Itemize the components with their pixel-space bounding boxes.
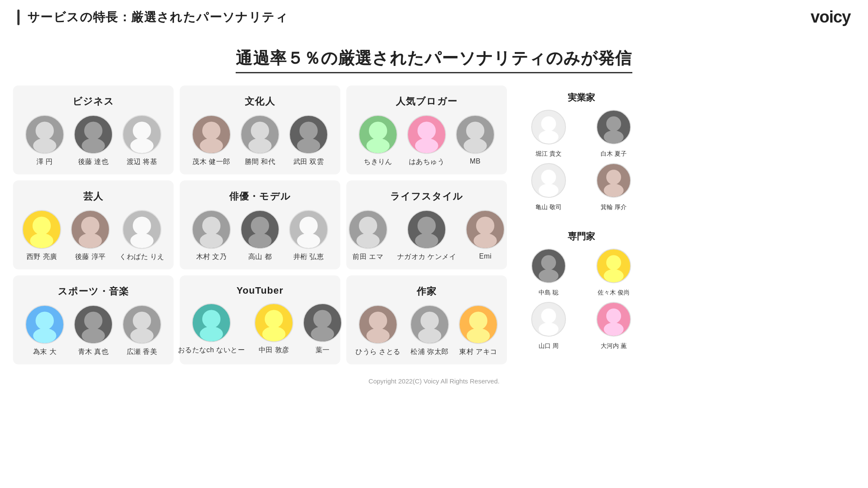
svg-point-32 bbox=[418, 216, 436, 235]
svg-point-45 bbox=[263, 327, 286, 341]
right-box-senmonka: 専門家 中島 聡 佐々木 俊尚 山口 周 大河内 薫 bbox=[514, 224, 648, 357]
svg-point-31 bbox=[356, 233, 380, 248]
person-name: 東村 アキコ bbox=[459, 347, 497, 357]
category-box-comedian: 芸人 西野 亮廣 後藤 淳平 くわばた りえ bbox=[13, 180, 174, 269]
avatar bbox=[358, 115, 398, 154]
right-avatar bbox=[596, 249, 631, 283]
person-name: 井桁 弘恵 bbox=[293, 252, 324, 262]
page-title: サービスの特長：厳選されたパーソナリティ bbox=[27, 9, 288, 26]
avatar bbox=[74, 305, 113, 344]
svg-point-56 bbox=[606, 116, 621, 131]
svg-point-20 bbox=[81, 216, 99, 235]
right-avatar bbox=[596, 110, 631, 144]
svg-point-11 bbox=[297, 138, 320, 153]
svg-point-67 bbox=[539, 323, 559, 336]
person-name: 後藤 達也 bbox=[78, 157, 109, 167]
svg-point-59 bbox=[539, 184, 559, 197]
person-row-sports: 為末 大 青木 真也 広瀬 香美 bbox=[21, 305, 166, 357]
person-item: 広瀬 香美 bbox=[122, 305, 161, 357]
svg-point-64 bbox=[606, 255, 621, 270]
person-row-youtuber: おるたなch ないとー 中田 敦彦 葉一 bbox=[187, 303, 332, 355]
svg-point-41 bbox=[130, 328, 154, 343]
category-box-youtuber: YouTuber おるたなch ないとー 中田 敦彦 葉一 bbox=[180, 275, 340, 364]
category-title-blogger: 人気ブロガー bbox=[354, 95, 499, 108]
person-name: MB bbox=[470, 157, 481, 165]
avatar bbox=[289, 210, 328, 249]
content-area: ビジネス 澤 円 後藤 達也 渡辺 将基文化人 茂木 健一郎 勝間 和代 武田 … bbox=[0, 85, 868, 364]
svg-point-42 bbox=[202, 310, 220, 328]
svg-point-24 bbox=[202, 216, 220, 235]
svg-point-29 bbox=[297, 233, 320, 248]
svg-point-69 bbox=[604, 323, 624, 336]
logo: voicy bbox=[811, 8, 851, 26]
svg-point-46 bbox=[313, 310, 332, 328]
svg-point-63 bbox=[539, 269, 559, 282]
right-person-name: 佐々木 俊尚 bbox=[598, 289, 630, 297]
svg-point-51 bbox=[418, 328, 441, 343]
right-person-item: 中島 聡 bbox=[519, 249, 578, 297]
svg-point-52 bbox=[469, 311, 487, 330]
svg-point-44 bbox=[265, 310, 283, 328]
svg-point-68 bbox=[606, 308, 621, 323]
person-row-business: 澤 円 後藤 達也 渡辺 将基 bbox=[21, 115, 166, 167]
category-title-business: ビジネス bbox=[21, 95, 166, 108]
svg-point-8 bbox=[251, 121, 269, 140]
person-name: 西野 亮廣 bbox=[26, 252, 57, 262]
footer: Copyright 2022(C) Voicy All Rights Reser… bbox=[0, 377, 868, 393]
avatar bbox=[192, 115, 231, 154]
svg-point-6 bbox=[202, 121, 220, 140]
person-name: Emi bbox=[479, 252, 492, 260]
right-person-item: 山口 周 bbox=[519, 302, 578, 350]
svg-point-3 bbox=[82, 138, 105, 153]
person-name: 為末 大 bbox=[33, 347, 56, 357]
svg-point-39 bbox=[82, 328, 105, 343]
person-item: 為末 大 bbox=[25, 305, 64, 357]
avatar bbox=[240, 210, 279, 249]
right-person-name: 堀江 貴文 bbox=[536, 150, 562, 158]
person-name: くわばた りえ bbox=[119, 252, 164, 262]
svg-point-9 bbox=[248, 138, 272, 153]
right-person-item: 亀山 敬司 bbox=[519, 163, 578, 211]
svg-point-65 bbox=[604, 269, 624, 282]
svg-point-16 bbox=[466, 121, 484, 140]
svg-point-15 bbox=[415, 138, 438, 153]
person-row-lifestyle: 前田 エマ ナガオカ ケンメイ Emi bbox=[354, 210, 499, 262]
person-item: 後藤 達也 bbox=[74, 115, 113, 167]
category-box-actor: 俳優・モデル 木村 文乃 高山 都 井桁 弘恵 bbox=[180, 180, 340, 269]
svg-point-4 bbox=[133, 121, 151, 140]
person-name: はあちゅう bbox=[409, 157, 444, 167]
right-person-item: 佐々木 俊尚 bbox=[584, 249, 643, 297]
person-name: 武田 双雲 bbox=[293, 157, 324, 167]
svg-point-49 bbox=[366, 328, 390, 343]
person-item: 中田 敦彦 bbox=[254, 303, 293, 355]
svg-point-17 bbox=[464, 138, 487, 153]
person-item: 武田 双雲 bbox=[289, 115, 328, 167]
avatar bbox=[122, 210, 161, 249]
svg-point-18 bbox=[33, 216, 51, 235]
svg-point-2 bbox=[84, 121, 102, 140]
person-name: 渡辺 将基 bbox=[127, 157, 158, 167]
person-item: 青木 真也 bbox=[74, 305, 113, 357]
person-name: 澤 円 bbox=[36, 157, 53, 167]
svg-point-53 bbox=[467, 328, 490, 343]
avatar bbox=[407, 210, 446, 249]
svg-point-54 bbox=[541, 116, 556, 131]
svg-point-10 bbox=[299, 121, 318, 140]
right-person-item: 大河内 薫 bbox=[584, 302, 643, 350]
svg-point-33 bbox=[415, 233, 438, 248]
right-avatar bbox=[596, 302, 631, 337]
person-row-actor: 木村 文乃 高山 都 井桁 弘恵 bbox=[187, 210, 332, 262]
person-item: MB bbox=[456, 115, 495, 167]
svg-point-26 bbox=[251, 216, 269, 235]
right-avatar bbox=[531, 110, 566, 144]
category-title-bunka: 文化人 bbox=[187, 95, 332, 108]
category-title-actor: 俳優・モデル bbox=[187, 190, 332, 203]
svg-point-43 bbox=[200, 327, 223, 341]
person-name: 広瀬 香美 bbox=[127, 347, 158, 357]
right-person-item: 箕輪 厚介 bbox=[584, 163, 643, 211]
right-person-grid-jitsugyo: 堀江 貴文 白木 夏子 亀山 敬司 箕輪 厚介 bbox=[519, 110, 643, 211]
svg-point-23 bbox=[130, 233, 154, 248]
svg-point-40 bbox=[133, 311, 151, 330]
svg-point-35 bbox=[474, 233, 497, 248]
person-name: ちきりん bbox=[364, 157, 392, 167]
